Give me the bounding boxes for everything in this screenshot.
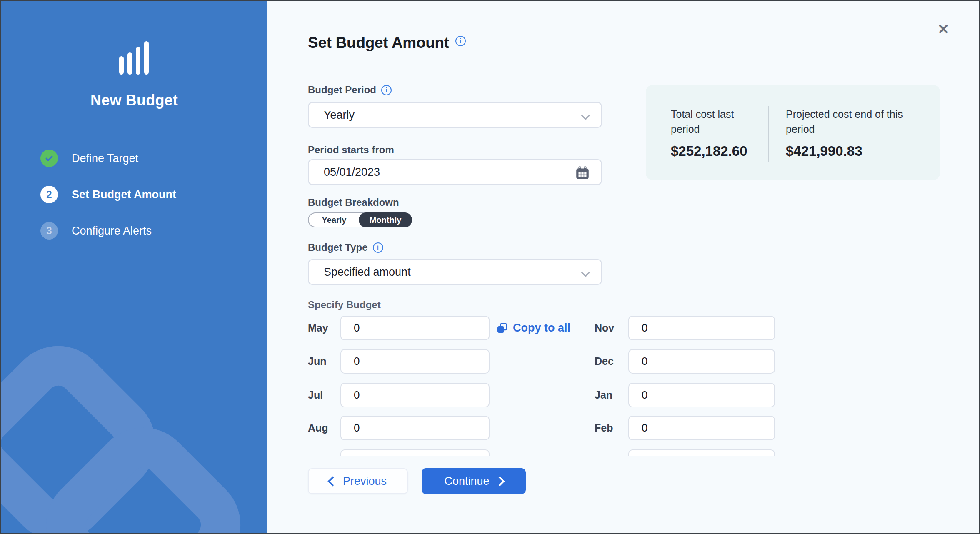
- period-start-date-input[interactable]: 05/01/2023: [308, 159, 602, 185]
- summary-divider: [768, 106, 769, 162]
- cost-summary-card: Total cost last period $252,182.60 Proje…: [646, 85, 940, 180]
- period-start-date-value: 05/01/2023: [324, 166, 380, 179]
- month-label-jun: Jun: [308, 349, 326, 374]
- wizard-steps: Define Target 2 Set Budget Amount 3 Conf…: [40, 150, 176, 240]
- month-label-sep: Sep: [308, 449, 327, 456]
- budget-period-label: Budget Period i: [308, 84, 392, 96]
- month-input-jun[interactable]: [340, 349, 490, 374]
- step-number-badge: 2: [40, 186, 58, 203]
- budget-breakdown-toggle: Yearly Monthly: [308, 212, 412, 227]
- month-label-jan: Jan: [595, 383, 612, 407]
- budget-type-label: Budget Type i: [308, 242, 383, 253]
- step-set-budget-amount[interactable]: 2 Set Budget Amount: [40, 186, 176, 203]
- toggle-option-monthly[interactable]: Monthly: [359, 212, 412, 227]
- month-row: May Nov: [308, 316, 837, 340]
- month-input-may[interactable]: [340, 316, 490, 340]
- budget-type-value: Specified amount: [324, 266, 411, 279]
- month-label-nov: Nov: [595, 316, 614, 340]
- projected-cost-label: Projected cost end of this period: [786, 107, 923, 137]
- budget-type-label-text: Budget Type: [308, 242, 368, 253]
- step-number-badge: 3: [40, 222, 58, 240]
- close-icon[interactable]: ✕: [933, 19, 953, 39]
- month-input-mar[interactable]: [628, 449, 775, 456]
- month-input-sep[interactable]: [340, 449, 490, 456]
- projected-cost-value: $421,990.83: [786, 143, 862, 159]
- month-input-jul[interactable]: [340, 383, 490, 407]
- bar-chart-logo-icon: [119, 41, 149, 75]
- month-row: Jul Jan: [308, 383, 837, 407]
- new-budget-modal: New Budget Define Target 2 Set Budget Am…: [0, 0, 980, 534]
- month-input-nov[interactable]: [628, 316, 775, 340]
- page-title-text: Set Budget Amount: [308, 34, 449, 52]
- chevron-down-icon: [581, 111, 590, 120]
- step-configure-alerts[interactable]: 3 Configure Alerts: [40, 222, 176, 240]
- month-row: Aug Feb: [308, 416, 837, 440]
- page-title: Set Budget Amount i: [308, 34, 466, 52]
- chevron-left-icon: [328, 476, 338, 486]
- budget-period-label-text: Budget Period: [308, 84, 376, 96]
- month-label-mar: Mar: [595, 449, 613, 456]
- chevron-down-icon: [581, 268, 590, 277]
- specify-budget-label: Specify Budget: [308, 299, 381, 311]
- monthly-budget-grid: May Nov Copy to all Jun Dec Jul: [308, 313, 837, 456]
- step-label: Define Target: [72, 152, 138, 165]
- info-icon[interactable]: i: [373, 242, 383, 253]
- continue-button[interactable]: Continue: [422, 468, 526, 494]
- wizard-title: New Budget: [1, 92, 268, 109]
- budget-breakdown-label-text: Budget Breakdown: [308, 197, 399, 208]
- set-budget-panel: ✕ Set Budget Amount i Total cost last pe…: [268, 1, 979, 533]
- copy-to-all-button[interactable]: Copy to all: [496, 316, 570, 340]
- copy-to-all-label: Copy to all: [513, 322, 570, 334]
- info-icon[interactable]: i: [455, 36, 466, 46]
- info-icon[interactable]: i: [381, 85, 392, 95]
- month-label-jul: Jul: [308, 383, 323, 407]
- budget-type-select[interactable]: Specified amount: [308, 259, 602, 285]
- continue-button-label: Continue: [444, 475, 489, 488]
- specify-budget-label-text: Specify Budget: [308, 299, 381, 311]
- month-row: Jun Dec: [308, 349, 837, 374]
- month-input-aug[interactable]: [340, 416, 490, 440]
- toggle-option-yearly[interactable]: Yearly: [309, 213, 360, 227]
- total-cost-label: Total cost last period: [671, 107, 760, 137]
- total-cost-value: $252,182.60: [671, 143, 748, 159]
- month-label-feb: Feb: [595, 416, 613, 440]
- step-label: Configure Alerts: [72, 225, 152, 237]
- step-label: Set Budget Amount: [72, 188, 176, 201]
- month-label-dec: Dec: [595, 349, 614, 374]
- month-input-dec[interactable]: [628, 349, 775, 374]
- month-input-feb[interactable]: [628, 416, 775, 440]
- month-label-may: May: [308, 316, 328, 340]
- calendar-icon[interactable]: [575, 165, 590, 184]
- month-label-aug: Aug: [308, 416, 328, 440]
- previous-button[interactable]: Previous: [308, 468, 408, 494]
- budget-period-value: Yearly: [324, 109, 355, 122]
- wizard-sidebar: New Budget Define Target 2 Set Budget Am…: [1, 1, 268, 533]
- previous-button-label: Previous: [343, 475, 387, 488]
- copy-icon: [496, 322, 508, 334]
- chevron-right-icon: [495, 476, 505, 486]
- period-starts-label: Period starts from: [308, 144, 394, 156]
- budget-breakdown-label: Budget Breakdown: [308, 197, 399, 208]
- budget-period-select[interactable]: Yearly: [308, 102, 602, 128]
- step-define-target[interactable]: Define Target: [40, 150, 176, 167]
- period-starts-label-text: Period starts from: [308, 144, 394, 156]
- step-complete-check-icon: [40, 150, 58, 167]
- month-input-jan[interactable]: [628, 383, 775, 407]
- month-row: Sep Mar: [308, 449, 837, 456]
